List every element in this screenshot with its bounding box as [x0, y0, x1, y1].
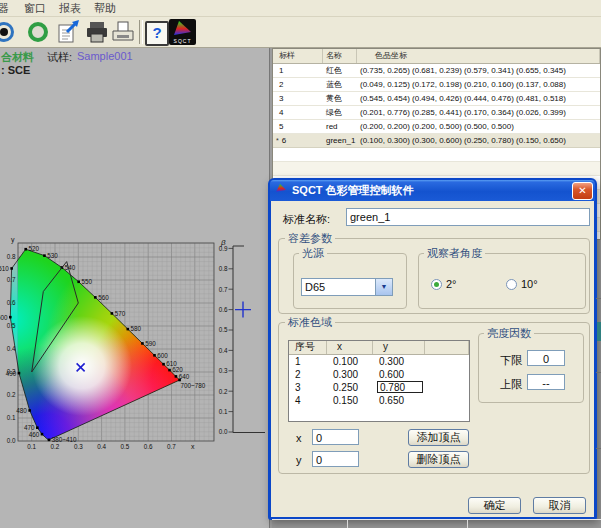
luminance-factor-group	[478, 333, 584, 403]
selected-row-marker: *	[276, 137, 279, 144]
measurement-mode-label: : SCE	[1, 64, 30, 76]
calibration-button[interactable]	[26, 19, 52, 45]
vertex-y-edit-input[interactable]: 0.780	[377, 381, 423, 393]
calibration-ring-icon	[28, 22, 48, 42]
wavelength-label-380~410: 380~410	[52, 436, 77, 443]
standard-row-黄色[interactable]: 3黄色(0.545, 0.454) (0.494, 0.426) (0.444,…	[273, 92, 600, 106]
svg-text:0.6: 0.6	[7, 299, 16, 306]
cie-chromaticity-chart[interactable]: 0.00.10.20.30.40.50.60.70.80.10.20.30.40…	[0, 235, 240, 485]
wavelength-label-480: 480	[16, 407, 27, 414]
vertex-row[interactable]: 10.1000.300	[289, 355, 469, 368]
standard-row-red[interactable]: 5red(0.200, 0.200) (0.200, 0.500) (0.500…	[273, 120, 600, 134]
menu-instrument[interactable]: 仪器	[0, 1, 9, 16]
lower-limit-input[interactable]: 0	[527, 350, 565, 366]
header-name: 名称	[323, 49, 357, 63]
y-coordinate-label: y	[296, 454, 302, 466]
print-output-button[interactable]	[110, 19, 136, 45]
wavelength-label-490: 490	[6, 370, 17, 377]
lower-limit-label: 下限	[500, 353, 522, 368]
hidden-table-gridline	[347, 520, 348, 528]
svg-text:0.8: 0.8	[7, 253, 16, 260]
close-icon[interactable]: ✕	[572, 182, 593, 200]
observer-2deg-label: 2°	[446, 278, 457, 290]
svg-text:0.7: 0.7	[7, 276, 16, 283]
application-window: 仪器 窗口 报表 帮助	[0, 0, 601, 528]
y-axis-label: y	[11, 236, 15, 244]
hidden-table-gridline	[467, 520, 468, 528]
empty-row	[273, 162, 600, 176]
crosshair-cursor	[235, 302, 251, 318]
ok-button[interactable]: 确定	[468, 497, 521, 514]
vertex-row[interactable]: 20.3000.600	[289, 368, 469, 381]
standard-row-绿色[interactable]: 4绿色(0.201, 0.776) (0.285, 0.441) (0.170,…	[273, 106, 600, 120]
wavelength-label-640: 640	[179, 373, 190, 380]
standard-name-input[interactable]: green_1	[346, 208, 590, 226]
hidden-table-line	[596, 298, 601, 299]
cancel-button[interactable]: 取消	[533, 497, 586, 514]
menu-report[interactable]: 报表	[59, 1, 81, 16]
svg-text:0.4: 0.4	[97, 443, 106, 450]
y-coordinate-input[interactable]: 0	[312, 451, 359, 467]
standard-row-蓝色[interactable]: 2蓝色(0.049, 0.125) (0.172, 0.198) (0.210,…	[273, 78, 600, 92]
wavelength-label-560: 560	[98, 294, 109, 301]
standard-row-green_1[interactable]: *6green_1(0.100, 0.300) (0.300, 0.600) (…	[273, 134, 600, 148]
wavelength-label-530: 530	[47, 252, 58, 259]
standard-row-红色[interactable]: 1红色(0.735, 0.265) (0.681, 0.239) (0.579,…	[273, 64, 600, 78]
sqct-logo-icon: SQCT	[169, 19, 196, 45]
observer-10deg-radio[interactable]	[506, 279, 517, 290]
hidden-table-edge	[272, 519, 601, 520]
observer-10deg-label: 10°	[521, 278, 538, 290]
measure-target-button[interactable]	[0, 19, 18, 45]
dialog-title-bar[interactable]: SQCT 色彩管理控制软件 ✕	[270, 180, 595, 201]
print-preview-icon	[110, 19, 136, 45]
hidden-table-line	[596, 372, 601, 373]
svg-text:0.2: 0.2	[51, 443, 60, 450]
color-standard-dialog: SQCT 色彩管理控制软件 ✕ 标准名称: green_1 容差参数 光源 D6…	[268, 178, 597, 520]
svg-text:0.5: 0.5	[121, 443, 130, 450]
material-label: 合材料	[1, 50, 34, 65]
wavelength-label-570: 570	[115, 310, 126, 317]
add-vertex-button[interactable]: 添加顶点	[408, 429, 469, 446]
svg-text:0.2: 0.2	[7, 391, 16, 398]
observer-2deg-radio[interactable]	[431, 279, 442, 290]
svg-text:0.5: 0.5	[7, 322, 16, 329]
x-axis-label: x	[191, 443, 195, 450]
svg-text:0.6: 0.6	[144, 443, 153, 450]
hidden-selected-cell	[597, 322, 601, 341]
sqct-button[interactable]: SQCT	[169, 19, 196, 45]
chevron-down-icon[interactable]: ▼	[375, 279, 392, 295]
svg-text:0.0: 0.0	[7, 437, 16, 444]
luminance-factor-label: 亮度因数	[484, 327, 534, 340]
menu-window[interactable]: 窗口	[24, 1, 46, 16]
svg-text:0.4: 0.4	[7, 345, 16, 352]
beta-reflectance-axis: 0.00.10.20.30.40.50.60.70.80.9β	[215, 235, 275, 485]
dialog-app-icon	[274, 183, 288, 197]
svg-text:0.3: 0.3	[219, 367, 228, 374]
delete-vertex-button[interactable]: 删除顶点	[408, 451, 469, 468]
report-export-button[interactable]	[56, 19, 82, 45]
vertex-table: 序号xy 10.1000.30020.3000.60030.2500.78040…	[288, 340, 470, 422]
vertex-row[interactable]: 40.1500.650	[289, 394, 469, 407]
help-button[interactable]: ?	[143, 19, 169, 45]
vertex-row[interactable]: 30.2500.780	[289, 381, 469, 394]
print-button[interactable]	[84, 19, 110, 45]
wavelength-label-600: 600	[157, 352, 168, 359]
x-coordinate-input[interactable]: 0	[312, 429, 359, 445]
svg-text:0.1: 0.1	[27, 443, 36, 450]
light-source-select[interactable]: D65 ▼	[301, 278, 393, 296]
wavelength-label-540: 540	[65, 264, 76, 271]
sample-name-value: Sample001	[77, 50, 133, 62]
svg-text:0.1: 0.1	[7, 414, 16, 421]
sample-label: 试样:	[47, 50, 72, 65]
wavelength-label-550: 550	[81, 278, 92, 285]
wavelength-label-700~780: 700~780	[181, 382, 206, 389]
light-source-label: 光源	[299, 247, 327, 260]
menu-bar: 仪器 窗口 报表 帮助	[0, 0, 601, 17]
help-icon: ?	[145, 21, 169, 46]
tolerance-group-label: 容差参数	[285, 232, 335, 245]
svg-text:0.5: 0.5	[219, 326, 228, 333]
menu-help[interactable]: 帮助	[94, 1, 116, 16]
upper-limit-input[interactable]: --	[527, 374, 565, 390]
svg-text:0.6: 0.6	[219, 306, 228, 313]
dialog-title: SQCT 色彩管理控制软件	[292, 184, 414, 196]
